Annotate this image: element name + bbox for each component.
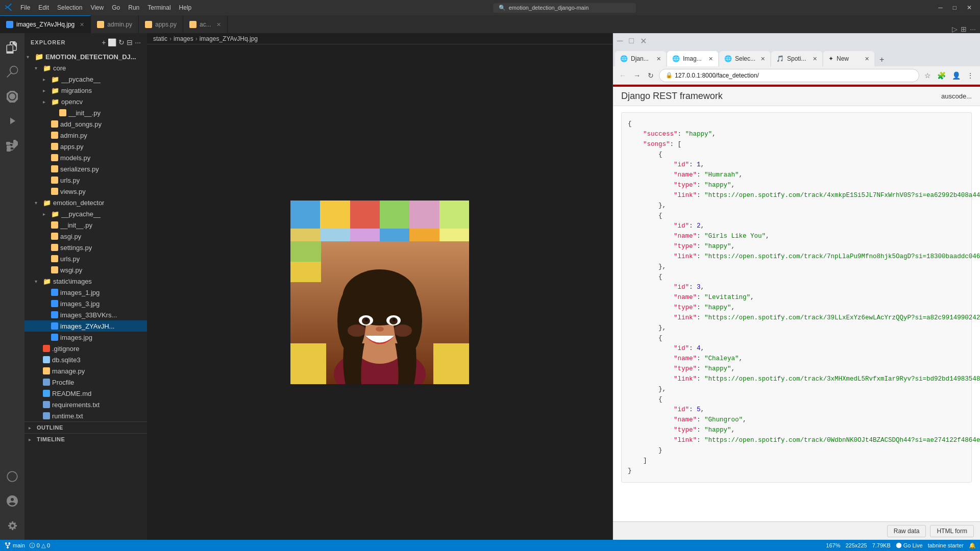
tree-item-gitignore[interactable]: .gitignore xyxy=(24,343,147,354)
tree-item-images-3[interactable]: images_3.jpg xyxy=(24,298,147,309)
breadcrumb-static[interactable]: static xyxy=(153,35,167,42)
menu-selection[interactable]: Selection xyxy=(54,3,85,12)
browser-tab-close-button[interactable]: ✕ xyxy=(656,56,661,62)
browser-reload-button[interactable]: ↻ xyxy=(646,70,656,81)
menu-terminal[interactable]: Terminal xyxy=(144,3,174,12)
run-icon[interactable]: ▷ xyxy=(952,25,958,33)
tree-item-runtime[interactable]: runtime.txt xyxy=(24,410,147,421)
title-search-box[interactable]: 🔍 emotion_detection_django-main xyxy=(493,3,636,13)
menu-edit[interactable]: Edit xyxy=(35,3,52,12)
activity-item-run-debug[interactable] xyxy=(0,109,24,133)
browser-tab-close-button[interactable]: ✕ xyxy=(813,56,817,62)
html-form-button[interactable]: HTML form xyxy=(930,525,974,537)
tree-item-urls2[interactable]: urls.py xyxy=(24,253,147,264)
browser-minimize-button[interactable]: ─ xyxy=(617,36,623,46)
browser-tab-select[interactable]: 🌐 Selec... ✕ xyxy=(719,51,770,66)
git-branch-status[interactable]: main xyxy=(4,542,25,549)
collapse-all-icon[interactable]: ⊟ xyxy=(127,38,133,46)
notifications-icon[interactable]: 🔔 xyxy=(969,542,976,549)
activity-item-remote[interactable] xyxy=(0,464,24,489)
activity-item-account[interactable] xyxy=(0,489,24,513)
tree-item-pycache[interactable]: ▸ 📁 __pycache__ xyxy=(24,73,147,85)
bookmark-icon[interactable]: ☆ xyxy=(922,70,933,81)
browser-url-bar[interactable]: 🔒 127.0.0.1:8000/face_detection/ xyxy=(659,69,919,82)
tree-item-add-songs[interactable]: add_songs.py xyxy=(24,118,147,130)
tree-item-migrations[interactable]: ▸ 📁 migrations xyxy=(24,85,147,96)
more-actions-icon[interactable]: ··· xyxy=(135,38,141,46)
tree-item-models[interactable]: models.py xyxy=(24,152,147,163)
tree-item-images-zyavjh[interactable]: images_ZYAvJH... xyxy=(24,320,147,332)
breadcrumb-images[interactable]: images xyxy=(174,35,193,42)
tree-item-images-33bvkrs[interactable]: images_33BVKrs... xyxy=(24,309,147,320)
go-live-button[interactable]: Go Live xyxy=(896,542,923,548)
tree-item-readme[interactable]: README.md xyxy=(24,388,147,399)
tree-item-images-jpg[interactable]: images.jpg xyxy=(24,332,147,343)
browser-tab-close-button[interactable]: ✕ xyxy=(708,56,713,62)
tree-item-requirements[interactable]: requirements.txt xyxy=(24,399,147,410)
browser-tab-close-button[interactable]: ✕ xyxy=(865,56,869,62)
activity-item-source-control[interactable] xyxy=(0,84,24,109)
activity-item-settings[interactable] xyxy=(0,513,24,538)
tree-item-asgi[interactable]: asgi.py xyxy=(24,231,147,242)
browser-tab-close-button[interactable]: ✕ xyxy=(761,56,765,62)
activity-item-search[interactable] xyxy=(0,60,24,84)
browser-forward-button[interactable]: → xyxy=(631,70,643,81)
tab-ac[interactable]: ac... ✕ xyxy=(183,15,228,33)
tree-root[interactable]: ▾ 📁 EMOTION_DETECTION_DJ... xyxy=(24,51,147,62)
tab-close-button[interactable]: ✕ xyxy=(216,21,221,28)
dimensions-status[interactable]: 225x225 xyxy=(845,542,867,548)
tree-item-emotion-detector[interactable]: ▾ 📁 emotion_detector xyxy=(24,197,147,208)
tree-item-core[interactable]: ▾ 📁 core xyxy=(24,62,147,73)
extensions-icon[interactable]: 🧩 xyxy=(935,70,948,81)
window-controls[interactable]: ─ □ ✕ xyxy=(934,3,976,12)
tree-item-pycache2[interactable]: ▸ 📁 __pycache__ xyxy=(24,208,147,219)
profile-icon[interactable]: 👤 xyxy=(950,70,963,81)
tree-item-opencv[interactable]: ▸ 📁 opencv xyxy=(24,96,147,107)
browser-tab-images[interactable]: 🌐 Imag... ✕ xyxy=(667,51,718,66)
tree-item-init2[interactable]: __init__.py xyxy=(24,219,147,231)
menu-run[interactable]: Run xyxy=(125,3,142,12)
activity-item-explorer[interactable] xyxy=(0,35,24,60)
tree-item-views[interactable]: views.py xyxy=(24,186,147,197)
outline-header[interactable]: ▸ OUTLINE xyxy=(24,422,147,433)
filesize-status[interactable]: 7.79KB xyxy=(872,542,891,548)
menu-bar[interactable]: File Edit Selection View Go Run Terminal… xyxy=(17,3,194,12)
menu-file[interactable]: File xyxy=(17,3,33,12)
browser-tab-spotify[interactable]: 🎵 Spoti... ✕ xyxy=(771,51,822,66)
browser-tab-django[interactable]: 🌐 Djan... ✕ xyxy=(615,51,666,66)
raw-data-button[interactable]: Raw data xyxy=(887,525,926,537)
tab-close-button[interactable]: ✕ xyxy=(80,21,84,28)
new-folder-icon[interactable]: ⬜ xyxy=(108,38,116,46)
browser-close-button[interactable]: ✕ xyxy=(640,36,647,46)
close-button[interactable]: ✕ xyxy=(963,3,976,12)
menu-view[interactable]: View xyxy=(87,3,107,12)
new-tab-button[interactable]: + xyxy=(875,53,888,66)
tree-item-settings[interactable]: settings.py xyxy=(24,242,147,253)
tree-item-admin-py[interactable]: admin.py xyxy=(24,130,147,141)
activity-item-extensions[interactable] xyxy=(0,133,24,158)
tree-item-static-images[interactable]: ▾ 📁 static\images xyxy=(24,276,147,287)
breadcrumb-filename[interactable]: images_ZYAvJHq.jpg xyxy=(200,35,258,42)
tree-item-apps-py[interactable]: apps.py xyxy=(24,141,147,152)
tree-item-procfile[interactable]: Procfile xyxy=(24,377,147,388)
zoom-status[interactable]: 167% xyxy=(826,542,840,548)
browser-restore-button[interactable]: □ xyxy=(629,36,634,46)
minimize-button[interactable]: ─ xyxy=(934,3,947,12)
maximize-button[interactable]: □ xyxy=(949,3,961,12)
browser-menu-icon[interactable]: ⋮ xyxy=(965,70,976,81)
tree-item-images-1[interactable]: images_1.jpg xyxy=(24,287,147,298)
tree-item-manage-py[interactable]: manage.py xyxy=(24,365,147,377)
timeline-header[interactable]: ▸ TIMELINE xyxy=(24,434,147,445)
tree-item-serializers[interactable]: serializers.py xyxy=(24,163,147,174)
menu-go[interactable]: Go xyxy=(109,3,123,12)
refresh-icon[interactable]: ↻ xyxy=(118,38,125,46)
tab-images-zyavjhq[interactable]: images_ZYAvJHq.jpg ✕ xyxy=(0,15,91,33)
split-editor-icon[interactable]: ⊞ xyxy=(961,25,967,33)
menu-help[interactable]: Help xyxy=(176,3,195,12)
tree-item-init[interactable]: ▸ __init__.py xyxy=(24,107,147,118)
tree-item-db-sqlite3[interactable]: db.sqlite3 xyxy=(24,354,147,365)
tab-apps-py[interactable]: apps.py xyxy=(139,15,183,33)
tab-admin-py[interactable]: admin.py xyxy=(91,15,139,33)
browser-tab-new[interactable]: ✦ New ✕ xyxy=(823,51,874,66)
tree-item-wsgi[interactable]: wsgi.py xyxy=(24,264,147,276)
